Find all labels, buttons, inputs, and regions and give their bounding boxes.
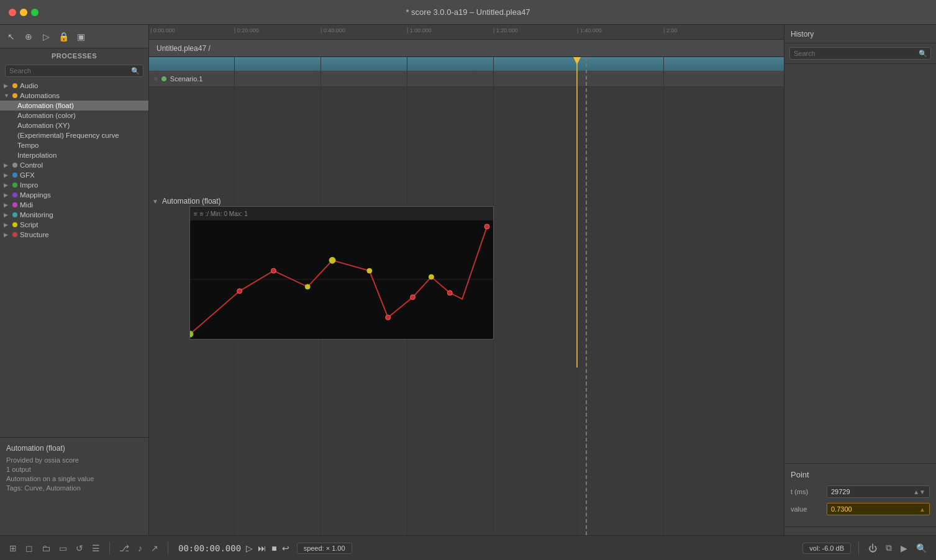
svg-point-10 [429,274,434,279]
time-mark-120: | 2:00 [663,27,677,34]
tree-label-structure: Structure [20,231,49,238]
sidebar-item-mappings[interactable]: ▶ Mappings [0,190,148,200]
sidebar-item-gfx[interactable]: ▶ GFX [0,170,148,180]
search-input[interactable] [5,65,143,77]
speed-box[interactable]: speed: × 1.00 [297,543,352,554]
svg-point-5 [305,284,310,289]
expand-icon-monitoring: ▶ [4,212,10,218]
add-tool[interactable]: ⊕ [22,30,35,43]
sidebar-item-automation-color[interactable]: Automation (color) [0,111,148,120]
sidebar-item-control[interactable]: ▶ Control [0,160,148,170]
expand-icon-control: ▶ [4,162,10,168]
dot-icon [12,83,17,88]
window-title: * score 3.0.0-a19 – Untitled.plea47 [406,7,530,17]
sidebar-item-monitoring[interactable]: ▶ Monitoring [0,210,148,220]
expand-icon: ▶ [4,83,10,89]
svg-point-3 [237,289,242,294]
history-search-input[interactable] [789,47,931,60]
maximize-button[interactable] [31,9,39,16]
t-ms-spin[interactable]: ▲▼ [913,489,925,495]
time-mark-0: | 0:00.000 [150,27,175,34]
lock-tool[interactable]: 🔒 [57,30,70,43]
sidebar-item-automations[interactable]: ▼ Automations [0,91,148,101]
curve-icon[interactable]: ↗ [149,542,160,554]
tree-label-automation-color: Automation (color) [17,112,76,119]
tree-label-control: Control [20,161,43,169]
sidebar-item-freq-curve[interactable]: (Experimental) Frequency curve [0,130,148,140]
blue-timeline-bar [149,57,784,71]
process-tree: ▶ Audio ▼ Automations Automation (float)… [0,79,148,437]
sidebar-toolbar: ↖ ⊕ ▷ 🔒 ▣ [0,25,148,48]
value-field[interactable]: 0.7300 ▲ [827,503,930,515]
bottom-toolbar: ⊞ ◻ 🗀 ▭ ↺ ☰ ⎇ ♪ ↗ 00:00:00.000 ▷ ⏭ ■ ↩ s… [149,535,784,560]
chevron-down-icon: ▼ [152,198,158,205]
info-title: Automation (float) [6,444,142,453]
history-label: History [791,30,814,38]
info-provided-by: Provided by ossia score [6,456,142,464]
minimize-button[interactable] [20,9,27,16]
svg-point-7 [367,268,372,273]
time-mark-40: | 0:40.000 [320,27,345,34]
selection-tool[interactable]: ▣ [75,30,87,43]
point-t-row: t (ms) 29729 ▲▼ [791,485,930,498]
sidebar-item-midi[interactable]: ▶ Midi [0,200,148,210]
dot-icon-mappings [12,192,17,197]
svg-point-12 [484,224,489,229]
grid-line-6 [663,57,664,535]
tree-label-freq-curve: (Experimental) Frequency curve [17,132,119,139]
dot-icon-impro [12,183,17,187]
play-button[interactable]: ▷ [246,543,253,553]
sidebar-item-structure[interactable]: ▶ Structure [0,230,148,240]
tree-label-impro: Impro [20,181,38,189]
tree-label-automation-xy: Automation (XY) [17,122,70,129]
time-display: 00:00:00.000 [178,543,241,553]
tree-label-audio: Audio [20,82,38,89]
point-label: Point [791,470,930,479]
dot-icon-control [12,163,17,168]
history-search-icon: 🔍 [919,50,927,58]
time-mark-60: | 1:00.000 [407,27,432,34]
t-ms-value-field[interactable]: 29729 ▲▼ [827,485,930,498]
scenario-title: Scenario.1 [170,75,203,83]
sidebar-item-automation-float[interactable]: Automation (float) [0,101,148,111]
sidebar-item-automation-xy[interactable]: Automation (XY) [0,120,148,130]
sidebar-item-script[interactable]: ▶ Script [0,220,148,230]
play-tool[interactable]: ▷ [40,30,52,43]
svg-point-8 [386,315,391,320]
cursor-tool[interactable]: ↖ [5,30,17,43]
value-spin[interactable]: ▲ [919,506,925,513]
sidebar: ↖ ⊕ ▷ 🔒 ▣ PROCESSES 🔍 ▶ Audio ▼ Automati… [0,25,149,560]
dot-icon-script [12,222,17,227]
return-button[interactable]: ↩ [282,543,289,553]
timeline-ruler: | 0:00.000 | 0:20.000 | 0:40.000 | 1:00.… [149,25,784,40]
tree-label-gfx: GFX [20,171,35,179]
t-ms-value: 29729 [831,488,850,495]
dot-icon-automations [12,93,17,98]
info-output: 1 output [6,466,142,473]
stop-button[interactable]: ■ [271,543,276,553]
min-max-label: ≡ :/ Min: 0 Max: 1 [200,210,248,217]
point-value-row: value 0.7300 ▲ [791,503,930,515]
play-from-start-button[interactable]: ⏭ [258,543,266,553]
info-tags: Tags: Curve, Automation [6,484,142,492]
right-panel: History 🔍 Point t (ms) 29729 ▲▼ value 0.… [784,25,936,560]
dot-icon-midi [12,202,17,207]
automation-float-label: Automation (float) [162,197,221,205]
sidebar-item-interpolation[interactable]: Interpolation [0,150,148,160]
expand-icon-structure: ▶ [4,232,10,238]
close-button[interactable] [9,9,16,16]
tree-label-script: Script [20,221,38,228]
sidebar-item-audio[interactable]: ▶ Audio [0,81,148,91]
app-layout: ↖ ⊕ ▷ 🔒 ▣ PROCESSES 🔍 ▶ Audio ▼ Automati… [0,25,936,560]
menu-icon: ≡ [194,210,198,217]
bt-separator-2 [168,542,168,554]
point-section: Point t (ms) 29729 ▲▼ value 0.7300 ▲ [784,463,936,526]
sidebar-item-tempo[interactable]: Tempo [0,140,148,150]
curve-canvas[interactable]: ≡ ≡ :/ Min: 0 Max: 1 [189,206,494,340]
sidebar-item-impro[interactable]: ▶ Impro [0,180,148,190]
tree-label-midi: Midi [20,201,33,209]
expand-icon-impro: ▶ [4,182,10,188]
dot-icon-monitoring [12,212,17,217]
history-content [784,64,936,463]
main-area: | 0:00.000 | 0:20.000 | 0:40.000 | 1:00.… [149,25,784,560]
